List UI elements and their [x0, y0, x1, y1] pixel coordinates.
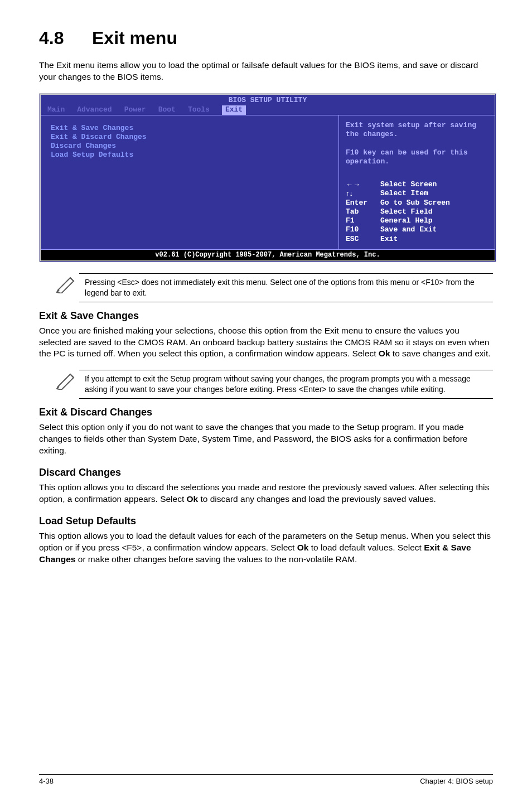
page-title: 4.8Exit menu: [39, 28, 493, 49]
note-exit-without-save: If you attempt to exit the Setup program…: [56, 370, 493, 399]
key-esc-desc: Exit: [380, 235, 398, 244]
key-f10-desc: Save and Exit: [380, 225, 437, 234]
key-ud-icon: ↑↓: [346, 189, 380, 198]
bios-item-discard[interactable]: Discard Changes: [51, 142, 328, 150]
key-enter-desc: Go to Sub Screen: [380, 199, 450, 207]
note-esc-text: Pressing <Esc> does not immediately exit…: [79, 273, 493, 302]
key-ud-desc: Select Item: [380, 189, 428, 198]
key-f1: F1: [346, 216, 380, 225]
bios-menu-main[interactable]: Main: [47, 105, 77, 115]
key-lr-desc: Select Screen: [380, 180, 437, 189]
bios-menu-boot[interactable]: Boot: [158, 105, 188, 115]
bios-left-pane: Exit & Save Changes Exit & Discard Chang…: [41, 115, 338, 249]
footer-chapter: Chapter 4: BIOS setup: [420, 777, 493, 785]
bios-titlebar: BIOS SETUP UTILITY: [41, 95, 495, 105]
heading-load-defaults: Load Setup Defaults: [39, 515, 493, 527]
bios-footer: v02.61 (C)Copyright 1985-2007, American …: [41, 249, 495, 260]
key-f10: F10: [346, 225, 380, 234]
key-esc: ESC: [346, 235, 380, 244]
key-f1-desc: General Help: [380, 216, 433, 225]
note-exit-without-save-text: If you attempt to exit the Setup program…: [79, 370, 493, 399]
bios-help-text: Exit system setup after saving the chang…: [346, 121, 488, 166]
heading-discard: Discard Changes: [39, 467, 493, 479]
footer-page-number: 4-38: [39, 777, 54, 785]
intro-paragraph: The Exit menu items allow you to load th…: [39, 60, 493, 83]
pencil-icon: [56, 370, 79, 391]
note-esc: Pressing <Esc> does not immediately exit…: [56, 273, 493, 302]
section-name: Exit menu: [92, 28, 177, 48]
para-discard: This option allows you to discard the se…: [39, 482, 493, 505]
para-load-defaults: This option allows you to load the defau…: [39, 530, 493, 566]
bios-key-legend: ←→Select Screen ↑↓Select Item EnterGo to…: [346, 180, 488, 244]
para-exit-discard: Select this option only if you do not wa…: [39, 422, 493, 457]
section-number: 4.8: [39, 28, 92, 49]
key-enter: Enter: [346, 199, 380, 207]
para-exit-save: Once you are finished making your select…: [39, 325, 493, 360]
key-tab: Tab: [346, 207, 380, 216]
heading-exit-discard: Exit & Discard Changes: [39, 407, 493, 418]
bios-item-load-defaults[interactable]: Load Setup Defaults: [51, 151, 328, 159]
pencil-icon: [56, 273, 79, 294]
bios-menu-power[interactable]: Power: [124, 105, 158, 115]
bios-menu-advanced[interactable]: Advanced: [77, 105, 124, 115]
key-tab-desc: Select Field: [380, 207, 433, 216]
key-lr-icon: ←→: [346, 180, 380, 189]
page-footer: 4-38 Chapter 4: BIOS setup: [39, 774, 493, 785]
bios-item-exit-discard[interactable]: Exit & Discard Changes: [51, 133, 328, 141]
bios-menubar: Main Advanced Power Boot Tools Exit: [41, 105, 495, 115]
bios-panel: BIOS SETUP UTILITY Main Advanced Power B…: [39, 93, 496, 262]
bios-item-exit-save[interactable]: Exit & Save Changes: [51, 124, 328, 132]
bios-right-pane: Exit system setup after saving the chang…: [338, 115, 495, 249]
bios-menu-exit[interactable]: Exit: [222, 105, 246, 115]
heading-exit-save: Exit & Save Changes: [39, 310, 493, 322]
bios-menu-tools[interactable]: Tools: [188, 105, 222, 115]
